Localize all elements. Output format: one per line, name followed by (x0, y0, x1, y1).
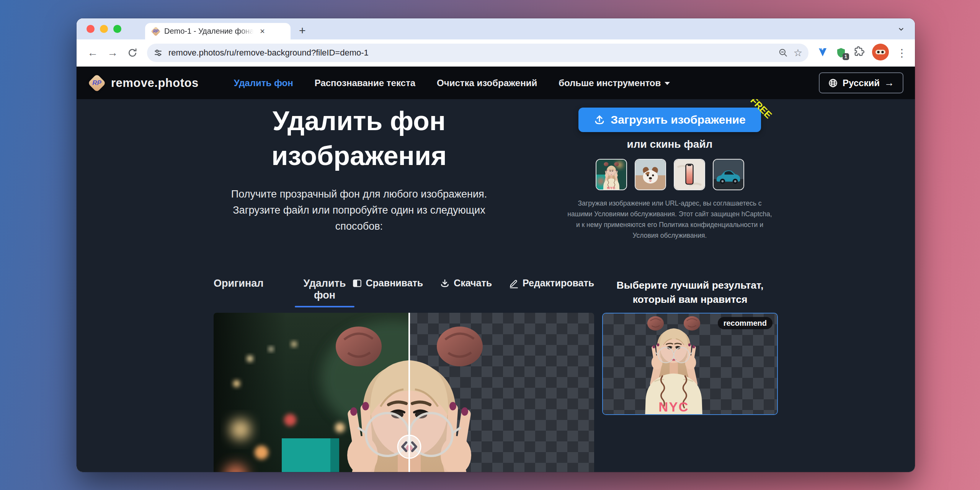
logo-wordmark: remove.photos (111, 76, 199, 90)
nav-link-ocr[interactable]: Распознавание текста (315, 78, 415, 88)
legal-text: Загружая изображение или URL-адрес, вы с… (567, 198, 773, 241)
compare-slider-handle[interactable] (398, 435, 421, 458)
tab-remove-background[interactable]: Удалить фон (297, 278, 352, 301)
adblock-extension-icon[interactable]: 1 (835, 47, 847, 59)
sample-car-thumbnail[interactable] (713, 159, 744, 190)
site-favicon-icon: RP (151, 27, 160, 36)
workspace-section: Оригинал Удалить фон Сравнивать (214, 278, 778, 472)
sample-woman-thumbnail[interactable] (596, 159, 627, 190)
download-icon (440, 278, 450, 288)
zoom-window-button[interactable] (113, 25, 121, 33)
arrow-right-icon: → (884, 77, 894, 89)
nav-link-more-tools[interactable]: больше инструментов (559, 78, 670, 88)
logo-diamond-icon: RP (88, 74, 106, 92)
bookmark-star-icon[interactable]: ☆ (794, 47, 802, 59)
traffic-lights (87, 25, 121, 33)
page-content: Удалить фон изображения Получите прозрач… (77, 99, 915, 472)
profile-avatar[interactable] (872, 44, 889, 62)
address-bar[interactable]: remove.photos/ru/remove-background?fileI… (147, 44, 808, 62)
zoom-out-icon[interactable] (778, 48, 788, 58)
upload-icon (594, 114, 605, 126)
site-navbar: RP remove.photos Удалить фон Распознаван… (77, 67, 915, 99)
download-button[interactable]: Скачать (440, 278, 492, 289)
tab-search-chevron-icon[interactable] (896, 24, 906, 34)
url-text[interactable]: remove.photos/ru/remove-background?fileI… (168, 48, 773, 58)
edit-pencil-icon (509, 278, 519, 288)
vpn-extension-icon[interactable] (817, 46, 828, 59)
browser-menu-icon[interactable]: ⋮ (897, 47, 907, 59)
viewer-actions: Сравнивать Скачать (352, 278, 594, 289)
recommend-badge: recommend (718, 317, 773, 329)
extensions-row: 1 (817, 44, 889, 62)
close-window-button[interactable] (87, 25, 95, 33)
edit-button[interactable]: Редактировать (509, 278, 594, 289)
compare-icon (352, 278, 362, 288)
browser-toolbar: ← → remove.photos/ru/remove-background?f… (77, 39, 915, 67)
page: RP remove.photos Удалить фон Распознаван… (77, 67, 915, 472)
nav-links: Удалить фон Распознавание текста Очистка… (234, 78, 670, 88)
sample-dog-thumbnail[interactable] (635, 159, 666, 190)
upload-image-button[interactable]: Загрузить изображение (578, 108, 761, 132)
sample-images (562, 159, 778, 190)
nav-link-cleanup[interactable]: Очистка изображений (437, 78, 537, 88)
browser-tab[interactable]: RP Demo-1 - Удаление фона с ф × (145, 23, 291, 39)
nav-link-remove-background[interactable]: Удалить фон (234, 78, 293, 88)
result-tabs-row: Оригинал Удалить фон Сравнивать (214, 278, 594, 301)
language-label: Русский (843, 78, 880, 88)
chevron-down-icon (665, 82, 670, 85)
language-button[interactable]: Русский → (819, 72, 903, 93)
hero-section: Удалить фон изображения Получите прозрач… (214, 104, 778, 241)
globe-icon (828, 78, 838, 88)
tab-strip: RP Demo-1 - Удаление фона с ф × + (77, 18, 915, 39)
browser-window: RP Demo-1 - Удаление фона с ф × + ← → r (77, 18, 915, 472)
result-picker-heading: Выберите лучший результат, который вам н… (602, 278, 778, 307)
tab-close-icon[interactable]: × (259, 27, 266, 36)
tab-title: Demo-1 - Удаление фона с ф (164, 27, 255, 36)
compare-button[interactable]: Сравнивать (352, 278, 423, 289)
extension-badge: 1 (843, 53, 849, 60)
back-button[interactable]: ← (84, 44, 101, 61)
forward-button[interactable]: → (104, 44, 121, 61)
extensions-puzzle-icon[interactable] (854, 46, 865, 59)
result-option-card[interactable]: recommend (602, 313, 778, 415)
site-logo[interactable]: RP remove.photos (88, 74, 199, 92)
page-subtitle: Получите прозрачный фон для любого изобр… (214, 186, 505, 235)
drop-file-hint: или скинь файл (562, 138, 778, 150)
before-after-viewer (214, 313, 594, 472)
new-tab-button[interactable]: + (299, 25, 306, 36)
sample-phone-thumbnail[interactable] (674, 159, 705, 190)
minimize-window-button[interactable] (100, 25, 108, 33)
site-settings-icon[interactable] (153, 48, 163, 58)
reload-button[interactable] (124, 44, 141, 61)
tab-original[interactable]: Оригинал (214, 278, 263, 289)
page-title: Удалить фон изображения (214, 104, 505, 173)
